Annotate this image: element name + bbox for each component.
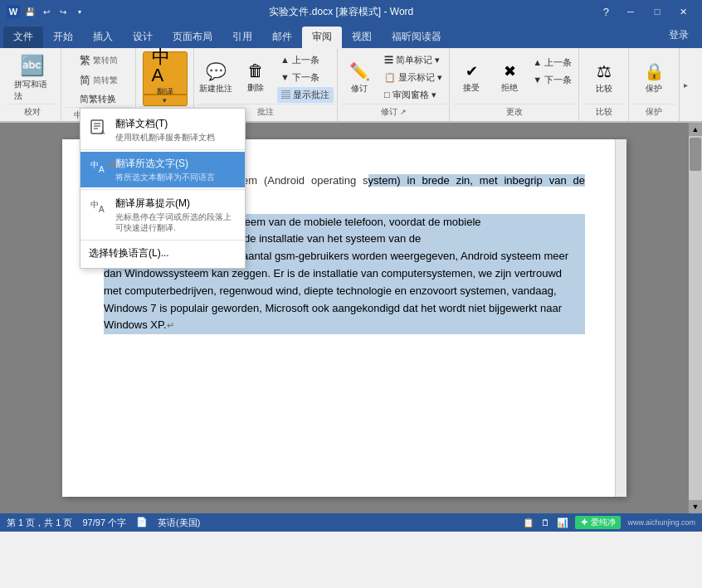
translate-main-btn[interactable]: 中A 翻译	[143, 51, 188, 95]
status-icon-2[interactable]: 🗒	[541, 518, 550, 527]
translate-doc-icon: A	[89, 117, 109, 137]
status-right: 📋 🗒 📊 ✦ 爱纯净 www.aichunjing.com	[523, 516, 695, 529]
page-count: 第 1 页，共 1 页	[7, 517, 72, 529]
tab-layout[interactable]: 页面布局	[163, 27, 222, 48]
menu-item-translate-doc-desc: 使用联机翻译服务翻译文档	[115, 132, 236, 143]
group-chinese-body: 繁 繁转简 简 简转繁 简繁转换	[65, 48, 132, 107]
menu-sep-2	[80, 189, 245, 190]
tab-mailing[interactable]: 邮件	[262, 27, 302, 48]
tab-review[interactable]: 审阅	[302, 27, 342, 48]
menu-item-translate-sel-desc: 将所选文本翻译为不同语言	[115, 172, 236, 182]
save-quick-btn[interactable]: 💾	[23, 5, 37, 18]
simple-mark-btn[interactable]: ☰ 简单标记 ▾	[381, 52, 446, 68]
translate-dropdown-menu: A 翻译文档(T) 使用联机翻译服务翻译文档 中 A 翻译所选文字(S) 将所选…	[80, 108, 246, 269]
help-btn[interactable]: ?	[597, 6, 616, 18]
review-pane-btn[interactable]: □ 审阅窗格 ▾	[381, 87, 446, 103]
delete-comment-btn[interactable]: 🗑 删除	[237, 55, 274, 101]
doc-paragraph-6: met computerbedrijven, regenwoud wind, d…	[104, 283, 585, 300]
tab-insert[interactable]: 插入	[83, 27, 123, 48]
group-protect-label: 保护	[632, 104, 675, 121]
menu-item-translate-doc-title: 翻译文档(T)	[115, 117, 236, 131]
menu-item-select-lang[interactable]: 选择转换语言(L)...	[80, 242, 245, 265]
menu-item-translate-screen[interactable]: 中 A 翻译屏幕提示(M) 光标悬停在字词或所选的段落上可快速进行翻译.	[80, 192, 245, 238]
menu-item-translate-doc[interactable]: A 翻译文档(T) 使用联机翻译服务翻译文档	[80, 112, 245, 148]
tab-references[interactable]: 引用	[222, 27, 262, 48]
new-comment-btn[interactable]: 💬 新建批注	[197, 55, 234, 101]
doc-text-selected-6: met computerbedrijven, regenwoud wind, d…	[104, 284, 557, 297]
menu-item-select-lang-label: 选择转换语言(L)...	[89, 246, 169, 260]
vertical-scrollbar[interactable]: ▲ ▼	[689, 123, 702, 513]
word-icon: W	[7, 5, 20, 18]
next-change-btn[interactable]: ▼ 下一条	[529, 72, 575, 88]
reject-btn[interactable]: ✖ 拒绝	[491, 55, 528, 101]
ribbon-scroll-right[interactable]: ▸	[679, 48, 692, 121]
login-btn[interactable]: 登录	[659, 25, 699, 46]
language-status: 英语(美国)	[158, 517, 200, 529]
group-track-body: ✏️ 修订 ☰ 简单标记 ▾ 📋 显示标记 ▾ □ 审阅窗格 ▾	[341, 48, 446, 104]
group-track-label: 修订 ↗	[341, 104, 446, 121]
group-translate-body: 中A 翻译 ▾	[139, 48, 190, 106]
tab-view[interactable]: 视图	[342, 27, 382, 48]
comment-nav-btns: ▲ 上一条 ▼ 下一条 ▤ 显示批注	[277, 52, 334, 103]
watermark: ✦ 爱纯净	[575, 516, 621, 529]
doc-text-selected-7: Windows 7 is populair geworden, Microsof…	[104, 302, 562, 314]
status-icon-1[interactable]: 📋	[523, 518, 534, 528]
window-title: 实验文件.docx [兼容模式] - Word	[269, 5, 413, 19]
status-icon-3[interactable]: 📊	[557, 518, 568, 528]
menu-item-translate-screen-content: 翻译屏幕提示(M) 光标悬停在字词或所选的段落上可快速进行翻译.	[115, 197, 236, 233]
show-comments-btn[interactable]: ▤ 显示批注	[277, 87, 334, 103]
redo-quick-btn[interactable]: ↪	[56, 5, 70, 18]
spelling-grammar-btn[interactable]: 🔤 拼写和语法	[14, 55, 51, 101]
fanjian-btn[interactable]: 繁 繁转简	[76, 51, 121, 70]
customize-quick-btn[interactable]: ▾	[73, 5, 86, 18]
undo-quick-btn[interactable]: ↩	[40, 5, 53, 18]
restore-btn[interactable]: □	[646, 0, 669, 23]
group-track-changes: ✏️ 修订 ☰ 简单标记 ▾ 📋 显示标记 ▾ □ 审阅窗格 ▾ 修订 ↗	[338, 48, 450, 121]
dropdown-arrow-indicator: →	[103, 154, 119, 173]
prev-comment-btn[interactable]: ▲ 上一条	[277, 52, 334, 68]
doc-paragraph-7: Windows 7 is populair geworden, Microsof…	[104, 300, 585, 318]
jianjian-btn[interactable]: 简 简转繁	[76, 71, 121, 90]
doc-text-selected-8: Windows XP.	[104, 318, 167, 331]
group-proofing-body: 🔤 拼写和语法	[7, 48, 57, 104]
group-changes-label: 更改	[453, 104, 575, 121]
show-mark-btn[interactable]: 📋 显示标记 ▾	[381, 70, 446, 85]
tab-home[interactable]: 开始	[43, 27, 83, 48]
group-compare-label: 比较	[583, 104, 625, 121]
ribbon-tabs-row: 文件 开始 插入 设计 页面布局 引用 邮件 审阅 视图 福昕阅读器 登录	[0, 23, 702, 48]
tab-design[interactable]: 设计	[123, 27, 163, 48]
page-icon: 📄	[136, 517, 148, 529]
group-comments-body: 💬 新建批注 🗑 删除 ▲ 上一条 ▼ 下一条 ▤ 显示批注	[197, 48, 334, 104]
svg-text:A: A	[99, 205, 105, 214]
menu-item-translate-screen-title: 翻译屏幕提示(M)	[115, 197, 236, 211]
group-changes-body: ✔ 接受 ✖ 拒绝 ▲ 上一条 ▼ 下一条	[453, 48, 575, 104]
track-changes-btn[interactable]: ✏️ 修订	[341, 55, 378, 101]
doc-text-selected-5: dan Windowssysteem kan zeggen. Er is de …	[104, 267, 562, 279]
group-protect: 🔒 保护 保护	[629, 48, 679, 121]
next-comment-btn[interactable]: ▼ 下一条	[277, 70, 334, 85]
protect-btn[interactable]: 🔒 保护	[636, 55, 672, 101]
title-bar-left: W 💾 ↩ ↪ ▾	[7, 5, 86, 18]
translate-screen-icon: 中 A	[89, 197, 109, 216]
compare-btn[interactable]: ⚖ 比较	[586, 55, 622, 101]
group-protect-body: 🔒 保护	[632, 48, 675, 104]
menu-sep-3	[80, 240, 245, 241]
menu-item-translate-screen-desc: 光标悬停在字词或所选的段落上可快速进行翻译.	[115, 211, 236, 233]
svg-text:中: 中	[90, 200, 99, 209]
group-compare-body: ⚖ 比较	[583, 48, 625, 104]
group-changes: ✔ 接受 ✖ 拒绝 ▲ 上一条 ▼ 下一条 更改	[450, 48, 579, 121]
watermark-text: 爱纯净	[591, 517, 616, 528]
jianfan-btn[interactable]: 简繁转换	[76, 91, 121, 107]
accept-btn[interactable]: ✔ 接受	[453, 55, 490, 101]
translate-dropdown-btn[interactable]: ▾	[143, 95, 188, 106]
menu-item-translate-doc-content: 翻译文档(T) 使用联机翻译服务翻译文档	[115, 117, 236, 143]
word-count: 97/97 个字	[82, 517, 126, 529]
prev-change-btn[interactable]: ▲ 上一条	[529, 55, 575, 70]
close-btn[interactable]: ✕	[672, 0, 695, 23]
status-left: 第 1 页，共 1 页 97/97 个字 📄 英语(美国)	[7, 517, 200, 529]
tab-file[interactable]: 文件	[3, 27, 43, 48]
tab-foxit[interactable]: 福昕阅读器	[382, 27, 451, 48]
chinese-convert-btns: 繁 繁转简 简 简转繁 简繁转换	[76, 51, 121, 107]
minimize-btn[interactable]: ─	[619, 0, 642, 23]
track-options-btns: ☰ 简单标记 ▾ 📋 显示标记 ▾ □ 审阅窗格 ▾	[381, 52, 446, 103]
